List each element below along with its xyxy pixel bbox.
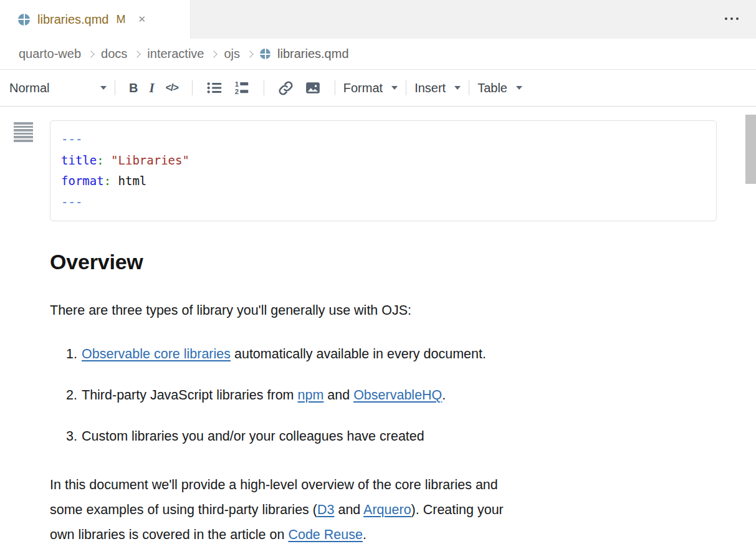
bullet-list-button[interactable] [201,77,228,98]
yaml-title-line: title: "Libraries" [61,150,706,171]
list-item: 2. Third-party JavaScript libraries from… [50,386,756,404]
chevron-down-icon [100,86,107,90]
text-segment: In this document we'll provide a high-le… [50,477,498,492]
paragraph-style-dropdown[interactable]: Normal [9,81,107,95]
yaml-front-matter-block[interactable]: --- title: "Libraries" format: html --- [50,120,717,221]
toolbar-separator [335,80,335,95]
chevron-right-icon [246,50,253,57]
quarto-logo-icon [260,49,270,59]
paragraph-line: some examples of using third-party libra… [50,497,756,522]
toolbar-separator [192,80,193,95]
breadcrumb: quarto-web docs interactive ojs librarie… [0,39,756,70]
text-segment: some examples of using third-party libra… [50,502,317,517]
insert-menu-label: Insert [414,81,446,95]
paragraph-style-value: Normal [9,81,83,95]
list-item-number: 1. [50,345,77,363]
bold-button[interactable]: B [123,79,143,98]
inline-code-button[interactable]: </> [160,80,184,96]
text-segment: ). Creating your [411,502,504,517]
yaml-delimiter-line: --- [61,192,706,213]
toolbar-separator [406,80,406,95]
close-icon[interactable]: ✕ [135,12,148,26]
toolbar-separator [264,80,264,95]
breadcrumb-item-quarto-web[interactable]: quarto-web [19,47,81,61]
tab-title: libraries.qmd [37,12,108,27]
toolbar-separator [115,80,115,95]
svg-text:1: 1 [234,80,238,88]
yaml-delimiter-line: --- [61,129,706,150]
chevron-right-icon [211,50,218,57]
tab-bar: libraries.qmd M ✕ [0,0,756,39]
text-segment: own libraries is covered in the article … [50,527,288,542]
closing-paragraph: In this document we'll provide a high-le… [50,472,756,547]
list-item-number: 2. [50,386,77,404]
italic-button[interactable]: I [143,78,160,98]
text-segment: . [442,388,446,403]
chevron-right-icon [134,50,141,57]
yaml-format-line: format: html [61,171,706,192]
dot [730,17,733,20]
list-item-text: Third-party JavaScript libraries from np… [82,386,446,404]
quarto-logo-icon [18,14,30,26]
bullet-list-icon [206,80,222,96]
block-drag-handle-icon[interactable] [14,122,33,143]
paragraph-line: In this document we'll provide a high-le… [50,472,756,497]
image-button[interactable] [299,77,327,98]
table-menu-label: Table [477,81,507,95]
insert-menu[interactable]: Insert [414,81,461,95]
list-item-number: 3. [50,427,77,445]
list-item: 3. Custom libraries you and/or your coll… [50,427,756,445]
ordered-list: 1. Observable core libraries automatical… [50,345,756,445]
dot [725,17,727,20]
text-link[interactable]: Observable core libraries [82,346,231,361]
list-item-text: Custom libraries you and/or your colleag… [82,427,424,445]
text-segment: and [334,502,363,517]
text-link[interactable]: Arquero [363,502,411,517]
text-link[interactable]: ObservableHQ [353,388,442,403]
modified-badge: M [116,13,125,26]
breadcrumb-item-file[interactable]: libraries.qmd [260,47,348,61]
breadcrumb-item-ojs[interactable]: ojs [224,47,240,61]
text-segment: Third-party JavaScript libraries from [82,388,297,403]
breadcrumb-item-docs[interactable]: docs [101,47,127,61]
more-actions-icon[interactable] [725,17,739,20]
italic-icon: I [149,80,154,96]
numbered-list-icon: 1 2 [234,80,250,96]
bold-icon: B [129,81,138,95]
heading-overview: Overview [50,250,756,274]
chevron-down-icon [516,86,522,90]
list-item-text: Observable core libraries automatically … [82,345,486,363]
link-button[interactable] [272,78,299,98]
text-segment: Custom libraries you and/or your colleag… [82,429,424,444]
breadcrumb-file-name: libraries.qmd [277,47,348,61]
editor-toolbar: Normal B I </> 1 2 [0,70,756,107]
format-menu-label: Format [343,81,383,95]
numbered-list-button[interactable]: 1 2 [228,77,256,98]
toolbar-separator [469,80,469,95]
text-segment: and [323,388,353,403]
chevron-down-icon [454,86,461,90]
text-segment: . [363,527,366,542]
chevron-right-icon [87,50,94,57]
text-link[interactable]: npm [297,388,323,403]
chevron-down-icon [391,86,398,90]
vertical-scrollbar-thumb[interactable] [745,115,756,184]
format-menu[interactable]: Format [343,81,398,95]
table-menu[interactable]: Table [477,81,522,95]
breadcrumb-item-interactive[interactable]: interactive [147,47,204,61]
svg-text:2: 2 [234,88,238,95]
tab-libraries-qmd[interactable]: libraries.qmd M ✕ [0,0,191,39]
code-icon: </> [166,82,178,93]
image-icon [305,80,321,96]
dot [736,17,739,20]
link-icon [278,80,294,96]
intro-paragraph: There are three types of library you'll … [50,302,756,319]
text-link[interactable]: D3 [317,502,334,517]
editor-content[interactable]: --- title: "Libraries" format: html --- … [0,107,756,547]
text-link[interactable]: Code Reuse [288,527,363,542]
list-item: 1. Observable core libraries automatical… [50,345,756,363]
text-segment: automatically available in every documen… [231,346,486,361]
paragraph-line: own libraries is covered in the article … [50,522,756,547]
